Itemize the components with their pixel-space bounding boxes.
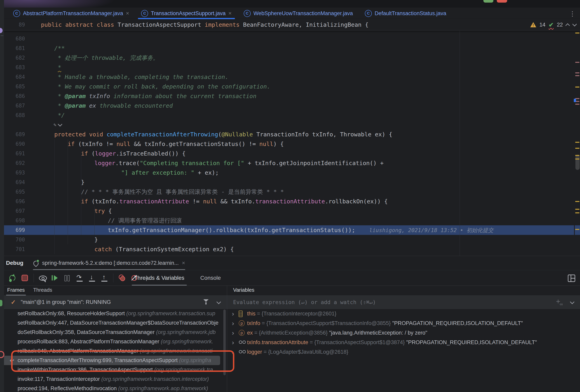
variables-header: Variables <box>227 286 580 296</box>
code-line[interactable]: 702logger.error("Application exception o… <box>0 254 574 256</box>
code-token: (txInfo. <box>91 198 119 205</box>
debug-tab-threads-variables[interactable]: Threads & Variables <box>132 270 187 286</box>
tabs-more-icon[interactable] <box>569 10 577 17</box>
resume-icon[interactable] <box>51 274 58 282</box>
code-line-highlighted[interactable]: 699txInfo.getTransactionManager().rollba… <box>0 225 574 235</box>
variable-row[interactable]: logger = {LogAdapter$JavaUtilLog@2618} <box>227 347 580 357</box>
stack-frame-row[interactable]: setRollbackOnly:447, DataSourceTransacti… <box>0 318 227 328</box>
session-close-icon[interactable]: × <box>182 260 185 266</box>
code-line[interactable]: 694} <box>0 178 574 187</box>
stack-frame-row[interactable]: processRollback:883, AbstractPlatformTra… <box>0 337 227 346</box>
add-watch-icon[interactable] <box>555 298 563 306</box>
stripe-icon-fragment[interactable] <box>0 351 4 358</box>
frames-scrollbar-thumb[interactable] <box>223 309 226 375</box>
rerun-icon[interactable] <box>9 274 16 282</box>
filter-icon[interactable] <box>203 299 209 304</box>
variable-row[interactable]: txInfo = {TransactionAspectSupport$Trans… <box>227 318 580 328</box>
code-token: ( <box>91 150 95 157</box>
frame-package: (org.springframework.jdb <box>156 329 216 335</box>
editor-tab[interactable]: DefaultTransactionStatus.java <box>360 7 451 19</box>
debug-content: FramesThreads ✓ "main"@1 in group "main"… <box>0 286 580 392</box>
code-line[interactable]: 701catch (TransactionSystemException ex2… <box>0 244 574 254</box>
expand-chevron-icon[interactable] <box>232 338 234 347</box>
prev-problem-icon[interactable] <box>566 23 570 28</box>
tab-close-icon[interactable]: × <box>126 10 129 16</box>
frame-location: rollback:848, AbstractPlatformTransactio… <box>17 348 140 354</box>
expand-chevron-icon[interactable] <box>232 309 234 318</box>
code-token: if <box>81 198 91 205</box>
stripe-icon-fragment[interactable] <box>0 300 2 306</box>
variable-row[interactable]: this = {TransactionInterceptor@2601} <box>227 309 580 318</box>
code-line[interactable]: 693"] after exception: " + ex); <box>0 168 574 178</box>
code-line[interactable]: 689protected void completeTransactionAft… <box>0 130 574 139</box>
code-line[interactable]: 696if (txInfo.transactionAttribute != nu… <box>0 196 574 206</box>
code-line[interactable]: 681/** <box>0 43 574 53</box>
tab-close-icon[interactable]: × <box>228 10 232 16</box>
execution-point-icon <box>9 356 14 365</box>
code-line[interactable]: 684 * Handle a throwable, completing the… <box>0 72 574 82</box>
expand-chevron-icon[interactable] <box>232 328 234 338</box>
inlay-chevron-icon[interactable] <box>58 122 62 127</box>
thread-selector[interactable]: ✓ "main"@1 in group "main": RUNNING <box>0 296 227 309</box>
stack-frame-row-selected[interactable]: completeTransactionAfterThrowing:699, Tr… <box>0 356 220 365</box>
code-token: + txInfo.getJoinpointIdentification() + <box>244 160 384 167</box>
pause-icon[interactable] <box>64 274 71 282</box>
editor-tab-active[interactable]: TransactionAspectSupport.java× <box>136 7 237 19</box>
window-button-green[interactable] <box>483 0 493 2</box>
annotate-icon[interactable]: ✎ <box>53 122 56 128</box>
expand-chevron-icon[interactable] <box>232 347 234 357</box>
class-icon <box>244 10 251 17</box>
stack-frame-row[interactable]: doSetRollbackOnly:358, DataSourceTransac… <box>0 328 227 337</box>
window-button-red[interactable] <box>497 0 507 2</box>
variable-row[interactable]: txInfo.transactionAttribute = {Transacti… <box>227 338 580 347</box>
code-line[interactable]: 700} <box>0 235 574 244</box>
debug-tab-console[interactable]: Console <box>198 270 223 286</box>
step-into-icon[interactable] <box>88 274 96 282</box>
code-line[interactable]: 686 * @param txInfo information about th… <box>0 91 574 101</box>
code-line[interactable]: 682 * 处理一个 throwable, 完成事务。 <box>0 53 574 63</box>
stripe-icon-fragment[interactable] <box>0 28 2 33</box>
editor-tab[interactable]: WebSphereUowTransactionManager.java <box>239 7 358 19</box>
view-breakpoints-icon[interactable] <box>119 274 126 282</box>
editor-scrollbar-thumb[interactable] <box>576 155 580 170</box>
eye-icon[interactable] <box>39 274 46 282</box>
stack-frame-row[interactable]: invoke:117, TransactionInterceptor (org.… <box>0 375 227 384</box>
debug-session-tab[interactable]: spring-framework-5.2.x:demo [:demo:cn.co… <box>33 256 185 270</box>
code-line[interactable]: 685 * We may commit or roll back, depend… <box>0 82 574 91</box>
step-over-icon[interactable] <box>76 274 83 282</box>
stack-frame-row[interactable]: invokeWithinTransaction:386, Transaction… <box>0 365 227 375</box>
step-out-icon[interactable] <box>101 274 108 282</box>
editor-tab[interactable]: AbstractPlatformTransactionManager.java× <box>8 7 134 19</box>
code-token: /** <box>54 45 65 52</box>
code-line[interactable]: 692logger.trace("Completing transaction … <box>0 158 574 168</box>
variable-row[interactable]: ex = {ArithmeticException@3856} "java.la… <box>227 328 580 338</box>
code-line[interactable]: 687 * @param ex throwable encountered <box>0 101 574 110</box>
code-text: * We may commit or roll back, depending … <box>54 82 271 91</box>
code-line[interactable]: 695// * * * 事务属性不为空 且 事务属性回滚异常类 - 是当前异常类… <box>0 187 574 196</box>
expand-chevron-icon[interactable] <box>232 318 234 328</box>
code-line[interactable]: 690if (txInfo != null && txInfo.getTrans… <box>0 139 574 149</box>
inspections-widget[interactable]: 14 22 <box>530 19 576 30</box>
code-text: // 调用事务管理器进行回滚 <box>108 216 182 225</box>
frames-tab-frames[interactable]: Frames <box>6 286 26 295</box>
layout-settings-icon[interactable] <box>568 275 575 282</box>
stack-frame-row[interactable]: rollback:848, AbstractPlatformTransactio… <box>0 346 227 356</box>
next-problem-icon[interactable] <box>573 22 577 26</box>
stack-frame-row[interactable]: setRollbackOnly:68, ResourceHolderSuppor… <box>0 309 227 318</box>
code-line[interactable]: 691if (logger.isTraceEnabled()) { <box>0 149 574 158</box>
code-line[interactable]: 680 <box>0 34 574 43</box>
ide-window: AbstractPlatformTransactionManager.java×… <box>0 0 580 392</box>
annotation-inlay[interactable]: ✎ <box>53 120 61 130</box>
stop-icon[interactable] <box>21 274 28 282</box>
code-line[interactable]: 688 */ <box>0 110 574 120</box>
variables-list: this = {TransactionInterceptor@2601}txIn… <box>227 309 580 392</box>
code-line[interactable]: 697try { <box>0 206 574 216</box>
code-line[interactable]: 683 * <box>0 63 574 72</box>
code-editor[interactable]: 680681/**682 * 处理一个 throwable, 完成事务。683 … <box>0 30 580 256</box>
evaluate-expand-icon[interactable] <box>570 300 575 304</box>
stack-frame-row[interactable]: proceed:194, ReflectiveMethodInvocation … <box>0 384 227 392</box>
evaluate-expression-input[interactable]: Evaluate expression (↵) or add a watch (… <box>227 296 580 309</box>
thread-dropdown-icon[interactable] <box>217 300 221 304</box>
code-line[interactable]: 698// 调用事务管理器进行回滚 <box>0 216 574 225</box>
frames-tab-threads[interactable]: Threads <box>32 286 53 295</box>
